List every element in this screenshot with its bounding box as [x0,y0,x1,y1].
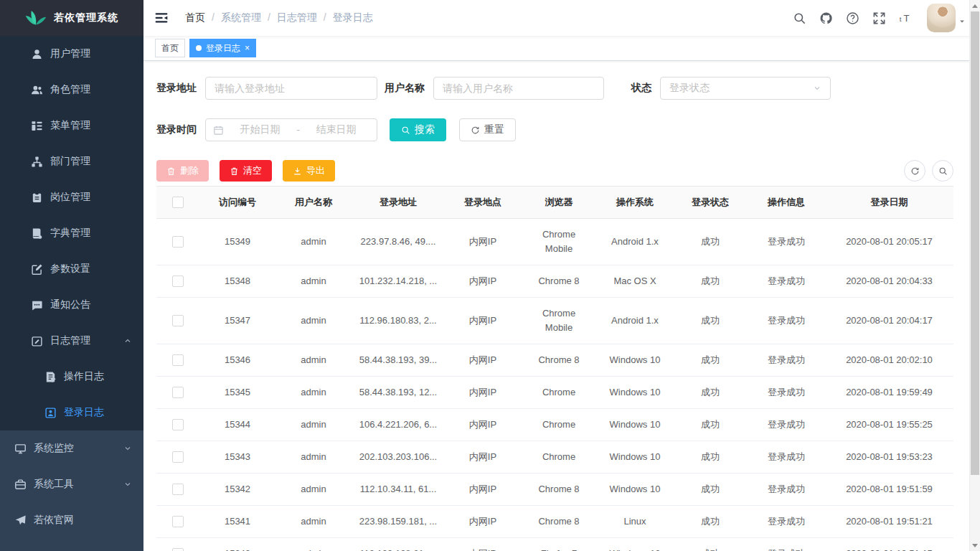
vertical-scrollbar[interactable] [969,0,980,551]
app-title: 若依管理系统 [54,11,118,24]
header-search-button[interactable] [786,0,813,36]
ruoyi-admin-page: 若依管理系统 用户管理 角色管理 菜单管理 [0,0,980,551]
table-header-row: 访问编号 用户名称 登录地址 登录地点 浏览器 操作系统 登录状态 操作信息 登… [156,187,953,219]
sidebar-menu: 用户管理 角色管理 菜单管理 部门管理 [0,36,143,538]
svg-text:T: T [904,12,910,23]
cell-username: admin [275,265,352,297]
cell-browser: Chrome 8 [521,506,597,537]
cell-username: admin [275,298,352,344]
cell-message: 登录成功 [748,219,825,265]
sidebar-item[interactable]: 操作日志 [0,359,143,395]
cell-info-id: 15341 [199,506,275,537]
sidebar-item[interactable]: 菜单管理 [0,108,143,143]
cell-status: 成功 [673,474,748,505]
search-icon [793,11,806,25]
refresh-icon [910,166,920,176]
sidebar-item[interactable]: 系统监控 [0,430,143,466]
row-checkbox[interactable] [172,484,184,495]
sidebar-item[interactable]: 角色管理 [0,72,143,108]
status-select[interactable]: 登录状态 [660,77,831,100]
row-checkbox[interactable] [172,387,184,398]
sidebar-item[interactable]: 日志管理 [0,323,143,359]
scroll-up-arrow-icon[interactable] [970,1,980,11]
cell-os: Windows 10 [597,409,673,441]
sidebar-item[interactable]: 用户管理 [0,36,143,72]
ruoyi-logo-icon [25,10,47,26]
calendar-icon [213,125,224,136]
cell-status: 成功 [673,298,748,344]
docs-help-button[interactable] [839,0,866,36]
tags-view-item[interactable]: 首页 [155,39,185,57]
row-checkbox[interactable] [172,516,184,527]
question-icon [846,11,859,25]
login-address-input[interactable] [205,77,377,100]
tags-view-item[interactable]: 登录日志 × [189,39,256,57]
row-checkbox[interactable] [172,548,184,551]
row-select-cell [156,219,199,265]
reset-button[interactable]: 重置 [459,118,516,141]
app-logo[interactable]: 若依管理系统 [0,0,143,36]
cell-info-id: 15342 [199,474,275,505]
sidebar-item[interactable]: 通知公告 [0,287,143,323]
delete-button[interactable]: 删除 [156,160,209,182]
sidebar-item-label: 日志管理 [50,334,90,347]
guide-icon [14,514,27,527]
chevron-down-icon [123,444,132,453]
row-checkbox[interactable] [172,354,184,366]
row-select-cell [156,474,199,505]
tag-label: 登录日志 [206,42,240,55]
breadcrumb-item: 登录日志 [333,11,373,24]
date-range-picker[interactable]: 开始日期 - 结束日期 [205,118,377,141]
select-all-checkbox[interactable] [172,197,184,208]
search-button[interactable]: 搜索 [390,118,446,141]
sidebar-item[interactable]: 字典管理 [0,215,143,251]
font-size-button[interactable]: tT [892,0,921,36]
cell-username: admin [275,219,352,265]
row-checkbox[interactable] [172,419,184,430]
cell-login-address: 223.97.8.46, 49.... [352,219,445,265]
cell-login-date: 2020-08-01 20:05:17 [825,219,953,265]
column-header: 用户名称 [275,187,352,218]
row-select-cell [156,538,199,551]
user-avatar[interactable] [927,4,956,32]
sidebar: 若依管理系统 用户管理 角色管理 菜单管理 [0,0,143,551]
user-menu-caret-icon[interactable] [958,18,966,25]
table-row: 15343 admin 202.103.203.106... 内网IP Chro… [156,441,953,474]
sidebar-item[interactable]: 若依官网 [0,502,143,538]
sidebar-item[interactable]: 岗位管理 [0,179,143,215]
row-checkbox[interactable] [172,315,184,326]
login-log-page: 登录地址 用户名称 状态 登录状态 登录时间 [143,61,970,551]
row-checkbox[interactable] [172,276,184,287]
sidebar-item-label: 部门管理 [50,155,90,168]
row-checkbox[interactable] [172,236,184,248]
close-tag-icon[interactable]: × [245,44,250,52]
row-checkbox[interactable] [172,451,184,463]
chevron-down-icon [813,84,821,93]
clear-button[interactable]: 清空 [220,160,272,182]
breadcrumb-item[interactable]: 首页 [185,11,221,24]
chevron-up-icon [123,336,132,345]
github-link[interactable] [813,0,839,36]
username-input[interactable] [433,77,604,100]
cell-login-date: 2020-08-01 19:51:21 [825,506,953,537]
export-button[interactable]: 导出 [283,160,335,182]
refresh-table-button[interactable] [904,160,925,182]
refresh-icon [471,126,480,135]
cell-info-id: 15343 [199,441,275,473]
filter-login-time: 登录时间 开始日期 - 结束日期 [156,118,377,141]
cell-login-date: 2020-08-01 20:02:10 [825,344,953,376]
tag-label: 首页 [161,42,179,55]
fullscreen-button[interactable] [866,0,892,36]
table-toolbar: 删除 清空 导出 [156,160,953,182]
sidebar-item[interactable]: 系统工具 [0,466,143,502]
filter-username: 用户名称 [385,77,604,100]
sidebar-item[interactable]: 部门管理 [0,143,143,179]
sidebar-item[interactable]: 登录日志 [0,395,143,430]
scroll-down-arrow-icon[interactable] [970,540,980,550]
table-row: 15348 admin 101.232.14.218, ... 内网IP Chr… [156,265,953,298]
sidebar-item[interactable]: 参数设置 [0,251,143,287]
scrollbar-thumb[interactable] [971,11,979,475]
cell-browser: Chrome 8 [521,474,597,505]
toggle-search-button[interactable] [932,160,953,182]
collapse-sidebar-button[interactable] [143,0,179,36]
